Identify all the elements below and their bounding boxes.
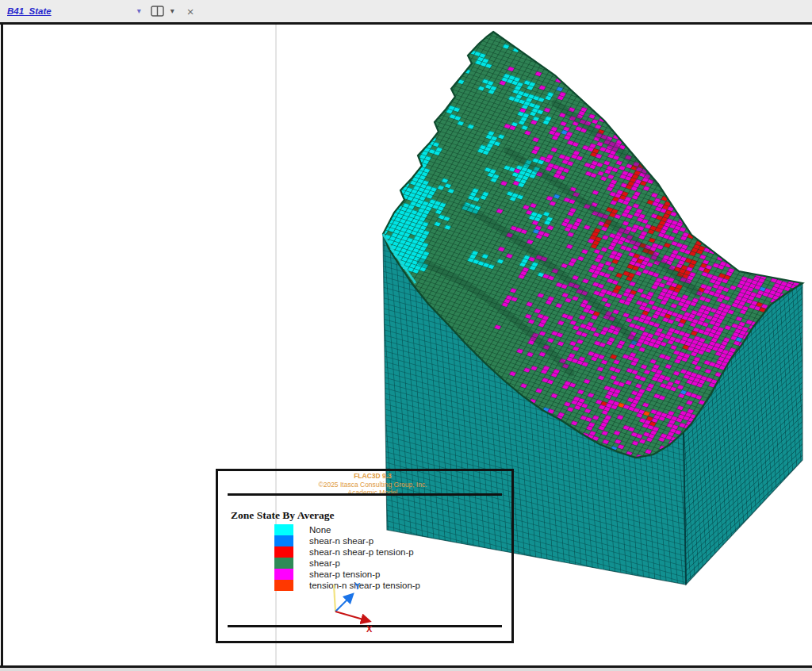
legend-swatch [274, 580, 293, 591]
split-view-icon[interactable] [151, 6, 164, 17]
legend-item: shear-n shear-p tension-p [274, 546, 420, 558]
caption-divider [228, 493, 502, 496]
legend-item-label: shear-n shear-p [309, 536, 373, 546]
plot-tab-bar: B41_State ▾ ▾ × [0, 0, 812, 22]
caption-copyright: ©2025 Itasca Consulting Group, Inc. [266, 481, 480, 489]
legend-swatch [274, 558, 293, 569]
axis-x-arrow [335, 612, 369, 621]
window-bottom-strip [0, 668, 812, 671]
split-view-glyph [151, 6, 164, 17]
flac3d-plot-window: B41_State ▾ ▾ × FLAC3D 9.3 ©2025 Itasca … [0, 0, 812, 671]
legend-swatch [274, 546, 293, 558]
legend-item-label: shear-p [309, 558, 340, 568]
legend-item-label: shear-n shear-p tension-p [309, 547, 414, 557]
close-icon[interactable]: × [187, 6, 194, 17]
legend-item: shear-n shear-p [274, 535, 420, 546]
axis-triad: Y X [305, 578, 385, 635]
plot-tab-title[interactable]: B41_State [7, 6, 52, 16]
legend-title: Zone State By Average [231, 509, 335, 522]
axis-y-label: Y [354, 581, 361, 591]
legend-box: FLAC3D 9.3 ©2025 Itasca Consulting Group… [216, 469, 514, 643]
chevron-down-icon[interactable]: ▾ [170, 7, 174, 15]
caption-app-version: FLAC3D 9.3 [266, 472, 480, 481]
legend-swatch [274, 535, 293, 546]
viewport-border-top [0, 22, 812, 25]
axis-z-arrow [334, 585, 335, 612]
legend-item: shear-p [274, 558, 420, 569]
viewport-border-left [1, 22, 3, 668]
legend-swatch [274, 569, 293, 580]
legend-item: None [274, 524, 420, 535]
axis-y-arrow [335, 595, 352, 612]
axis-x-label: X [366, 624, 373, 634]
legend-item-label: None [309, 525, 331, 535]
chevron-down-icon[interactable]: ▾ [137, 7, 141, 15]
legend-swatch [274, 524, 293, 535]
